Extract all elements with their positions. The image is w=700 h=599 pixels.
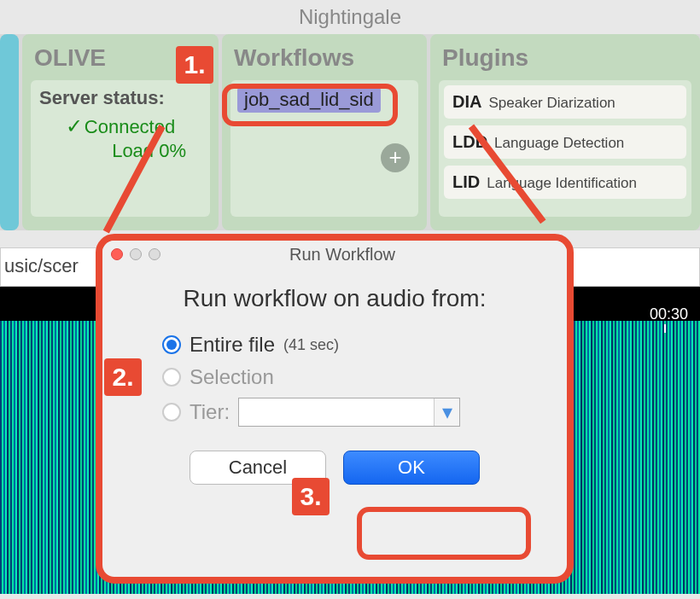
app-title: Nightingale [299,5,401,28]
plugins-header: Plugins [439,39,691,80]
dialog-titlebar: Run Workflow [102,241,567,268]
radio-label: Entire file [190,333,275,357]
callout-badge-2: 2. [104,358,142,396]
annotation-ring-3 [357,507,531,560]
plugin-code: LID [452,172,480,192]
panel-row: OLIVE Server status: ✓Connected Load 0% … [0,34,700,230]
duration-label: (41 sec) [283,336,339,354]
radio-icon [162,368,181,387]
callout-badge-1: 1. [176,46,213,84]
dialog-title: Run Workflow [126,245,558,265]
radio-icon [162,335,181,354]
annotation-ring-1 [222,84,398,126]
timeline-tick [664,324,666,333]
chevron-down-icon: ▾ [434,398,459,426]
add-workflow-button[interactable]: + [381,143,410,172]
plugin-desc: Language Detection [494,135,624,152]
checkmark-icon: ✓ [66,114,83,137]
workflows-panel: Workflows job_sad_lid_sid + [222,34,427,230]
callout-badge-3: 3. [292,478,330,515]
ok-button[interactable]: OK [343,451,480,485]
plugin-desc: Speaker Diarization [488,95,615,112]
server-status-label: Server status: [39,87,201,109]
dialog-button-row: Cancel OK [128,451,541,485]
radio-entire-file[interactable]: Entire file (41 sec) [162,333,541,357]
radio-label: Tier: [190,400,230,424]
app-titlebar: Nightingale [0,0,700,34]
dialog-heading: Run workflow on audio from: [128,285,541,312]
dialog-body: Run workflow on audio from: Entire file … [102,268,567,497]
radio-icon [162,403,181,422]
server-load: Load 0% [39,140,201,162]
radio-tier: Tier: ▾ [162,398,541,427]
collapsed-panel[interactable] [0,34,19,230]
plugin-row-lid[interactable]: LID Language Identification [444,166,686,199]
tier-select[interactable]: ▾ [238,398,460,427]
plugin-code: DIA [452,92,481,112]
radio-selection: Selection [162,365,541,389]
server-status-connected: ✓Connected [39,114,201,138]
workflows-header: Workflows [230,39,418,80]
plus-icon: + [388,144,401,170]
close-icon[interactable] [111,248,123,260]
plugins-body: DIA Speaker Diarization LDD Language Det… [439,80,691,217]
timeline-timestamp: 00:30 [650,305,688,323]
radio-label: Selection [190,365,274,389]
path-fragment: usic/scer [4,255,79,276]
plugin-row-dia[interactable]: DIA Speaker Diarization [444,85,686,119]
